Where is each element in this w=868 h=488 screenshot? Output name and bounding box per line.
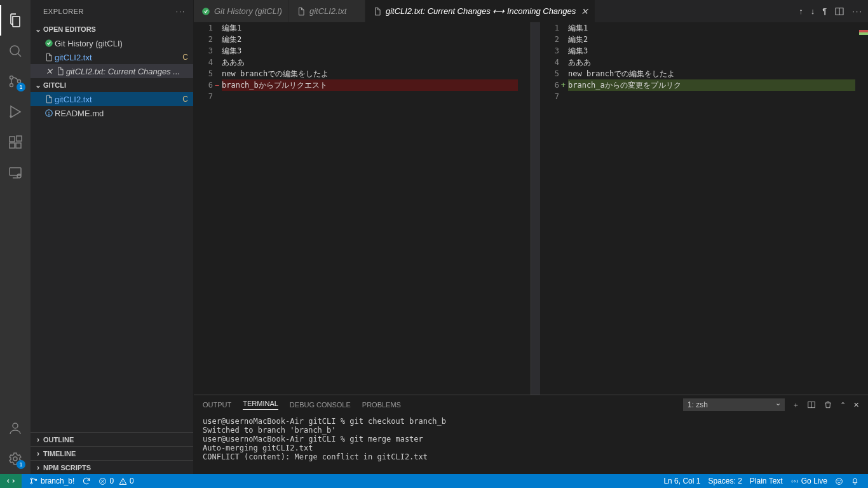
chevron-right-icon: › xyxy=(33,449,43,458)
svg-point-10 xyxy=(17,174,21,178)
timeline-header[interactable]: ›TIMELINE xyxy=(31,446,193,460)
diff-right-pane[interactable]: 1234567 編集1編集2編集3あああnew branchでの編集をしたよbr… xyxy=(531,22,868,395)
svg-point-12 xyxy=(13,457,17,461)
minimap[interactable] xyxy=(518,22,531,395)
remote-explorer-icon[interactable] xyxy=(0,158,31,188)
panel-tab-problems[interactable]: PROBLEMS xyxy=(362,401,401,409)
run-icon[interactable] xyxy=(0,97,31,127)
prev-change-icon[interactable]: ↑ xyxy=(799,6,803,16)
remote-indicator[interactable] xyxy=(0,474,22,488)
split-terminal-icon[interactable] xyxy=(807,400,816,409)
npm-scripts-header[interactable]: ›NPM SCRIPTS xyxy=(31,460,193,474)
maximize-panel-icon[interactable]: ⌃ xyxy=(840,401,846,409)
account-icon[interactable] xyxy=(0,413,31,444)
extensions-icon[interactable] xyxy=(0,127,31,158)
new-terminal-icon[interactable]: ＋ xyxy=(792,400,799,410)
line-gutter: 1234567 xyxy=(194,22,222,395)
file-icon xyxy=(55,67,66,76)
svg-point-11 xyxy=(13,423,18,428)
tab-diff[interactable]: gitCLI2.txt: Current Changes ⟷ Incoming … xyxy=(365,0,595,22)
chevron-right-icon: › xyxy=(33,435,43,444)
status-bar: branch_b! 0 0 Ln 6, Col 1 Spaces: 2 Plai… xyxy=(0,474,868,488)
repo-header[interactable]: ⌄ GITCLI xyxy=(31,78,193,92)
minimap[interactable] xyxy=(855,22,868,395)
git-status-letter: C xyxy=(182,53,188,62)
chevron-right-icon: › xyxy=(33,463,43,472)
file-item[interactable]: README.md xyxy=(31,106,193,120)
explorer-icon[interactable] xyxy=(0,5,31,36)
chevron-down-icon: ⌄ xyxy=(33,25,43,34)
open-editor-item[interactable]: gitCLI2.txt C xyxy=(31,50,193,64)
indentation[interactable]: Spaces: 2 xyxy=(704,474,745,488)
svg-point-25 xyxy=(836,478,843,484)
tab-file[interactable]: gitCLI2.txt xyxy=(289,0,365,22)
svg-point-4 xyxy=(10,116,11,117)
git-history-icon xyxy=(43,39,55,48)
notifications-icon[interactable] xyxy=(847,474,863,488)
svg-point-27 xyxy=(840,480,841,481)
open-editor-item[interactable]: Git History (gitCLI) xyxy=(31,36,193,50)
panel-tab-debug[interactable]: DEBUG CONSOLE xyxy=(290,401,351,409)
whitespace-icon[interactable]: ¶ xyxy=(822,6,827,16)
file-icon xyxy=(43,53,55,62)
svg-point-24 xyxy=(794,480,795,482)
panel-tabs: OUTPUT TERMINAL DEBUG CONSOLE PROBLEMS 1… xyxy=(194,395,868,414)
code-content[interactable]: 編集1編集2編集3あああnew branchでの編集をしたよbranch_bから… xyxy=(222,22,518,395)
language-mode[interactable]: Plain Text xyxy=(746,474,787,488)
file-icon xyxy=(295,7,307,16)
outline-header[interactable]: ›OUTLINE xyxy=(31,432,193,446)
svg-rect-7 xyxy=(16,143,21,148)
feedback-icon[interactable] xyxy=(831,474,847,488)
svg-point-0 xyxy=(10,46,19,55)
settings-gear-icon[interactable]: 1 xyxy=(0,444,31,474)
scm-icon[interactable]: 1 xyxy=(0,66,31,97)
sash[interactable] xyxy=(531,22,540,395)
settings-badge: 1 xyxy=(17,460,25,469)
chevron-down-icon: ⌄ xyxy=(33,81,43,90)
next-change-icon[interactable]: ↓ xyxy=(811,6,815,16)
svg-point-20 xyxy=(31,482,32,484)
kill-terminal-icon[interactable] xyxy=(824,400,832,409)
svg-point-26 xyxy=(838,480,839,481)
open-editor-item[interactable]: ✕ gitCLI2.txt: Current Changes ... xyxy=(31,64,193,78)
activity-bar: 1 1 xyxy=(0,0,31,474)
sync-indicator[interactable] xyxy=(78,474,95,488)
scm-badge: 1 xyxy=(17,83,25,92)
sidebar-more-icon[interactable]: ··· xyxy=(176,8,186,15)
editor-area: Git History (gitCLI) gitCLI2.txt gitCLI2… xyxy=(194,0,868,474)
line-gutter: 1234567 xyxy=(540,22,568,395)
terminal-select[interactable]: 1: zsh xyxy=(683,398,785,411)
panel-tab-terminal[interactable]: TERMINAL xyxy=(243,400,278,410)
go-live[interactable]: Go Live xyxy=(787,474,831,488)
panel: OUTPUT TERMINAL DEBUG CONSOLE PROBLEMS 1… xyxy=(194,395,868,474)
close-panel-icon[interactable]: ✕ xyxy=(853,401,859,409)
close-icon[interactable]: ✕ xyxy=(43,67,55,76)
svg-point-2 xyxy=(10,84,13,87)
branch-indicator[interactable]: branch_b! xyxy=(25,474,78,488)
svg-point-15 xyxy=(49,114,50,115)
panel-tab-output[interactable]: OUTPUT xyxy=(203,401,231,409)
svg-point-19 xyxy=(31,478,32,479)
file-item[interactable]: gitCLI2.txt C xyxy=(31,92,193,106)
search-icon[interactable] xyxy=(0,36,31,66)
tab-bar: Git History (gitCLI) gitCLI2.txt gitCLI2… xyxy=(194,0,868,22)
terminal-body[interactable]: user@usernoMacBook-Air gitCLI % git chec… xyxy=(194,414,868,474)
more-icon[interactable]: ··· xyxy=(852,6,863,16)
sidebar: EXPLORER ··· ⌄ OPEN EDITORS Git History … xyxy=(31,0,194,474)
tab-git-history[interactable]: Git History (gitCLI) xyxy=(194,0,289,22)
split-editor-icon[interactable] xyxy=(834,6,844,17)
sidebar-title: EXPLORER xyxy=(43,8,84,15)
readme-icon xyxy=(43,109,55,118)
diff-left-pane[interactable]: 1234567 編集1編集2編集3あああnew branchでの編集をしたよbr… xyxy=(194,22,531,395)
open-editors-header[interactable]: ⌄ OPEN EDITORS xyxy=(31,22,193,36)
close-icon[interactable]: ✕ xyxy=(581,6,588,17)
git-history-icon xyxy=(200,7,212,16)
diff-editor: 1234567 編集1編集2編集3あああnew branchでの編集をしたよbr… xyxy=(194,22,868,395)
file-icon xyxy=(43,95,55,104)
svg-rect-5 xyxy=(10,137,15,142)
file-icon xyxy=(372,7,383,16)
code-content[interactable]: 編集1編集2編集3あああnew branchでの編集をしたよbranch_aから… xyxy=(568,22,855,395)
git-status-letter: C xyxy=(182,95,188,104)
cursor-position[interactable]: Ln 6, Col 1 xyxy=(660,474,704,488)
errors-indicator[interactable]: 0 0 xyxy=(95,474,137,488)
